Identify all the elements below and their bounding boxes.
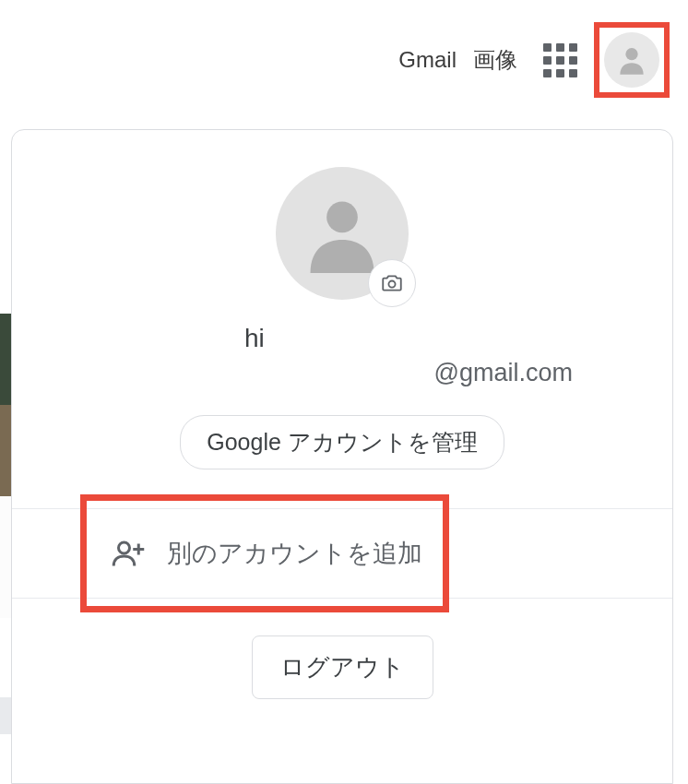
svg-point-2 xyxy=(388,281,395,288)
account-panel: hi @gmail.com Google アカウントを管理 別のアカウントを追加… xyxy=(11,129,673,784)
images-link[interactable]: 画像 xyxy=(473,45,517,75)
person-icon xyxy=(614,42,649,77)
sign-out-button[interactable]: ログアウト xyxy=(252,636,433,699)
person-icon xyxy=(299,190,386,277)
add-account-row: 別のアカウントを追加 xyxy=(12,508,672,599)
account-avatar-small[interactable] xyxy=(604,32,659,88)
svg-point-1 xyxy=(326,202,358,233)
add-account-button[interactable]: 別のアカウントを追加 xyxy=(12,509,672,598)
camera-icon xyxy=(380,271,404,295)
account-email: @gmail.com xyxy=(12,359,672,387)
svg-point-3 xyxy=(119,542,130,553)
gmail-link[interactable]: Gmail xyxy=(398,47,457,73)
person-add-icon xyxy=(112,537,145,570)
avatar-large-container xyxy=(276,167,409,300)
avatar-highlight-box xyxy=(594,22,670,98)
apps-grid-icon[interactable] xyxy=(543,43,577,77)
account-name: hi xyxy=(12,324,672,353)
svg-point-0 xyxy=(625,48,637,60)
manage-account-button[interactable]: Google アカウントを管理 xyxy=(180,415,504,469)
top-nav: Gmail 画像 xyxy=(0,0,688,120)
add-account-label: 別のアカウントを追加 xyxy=(167,537,422,570)
change-photo-button[interactable] xyxy=(368,259,416,307)
